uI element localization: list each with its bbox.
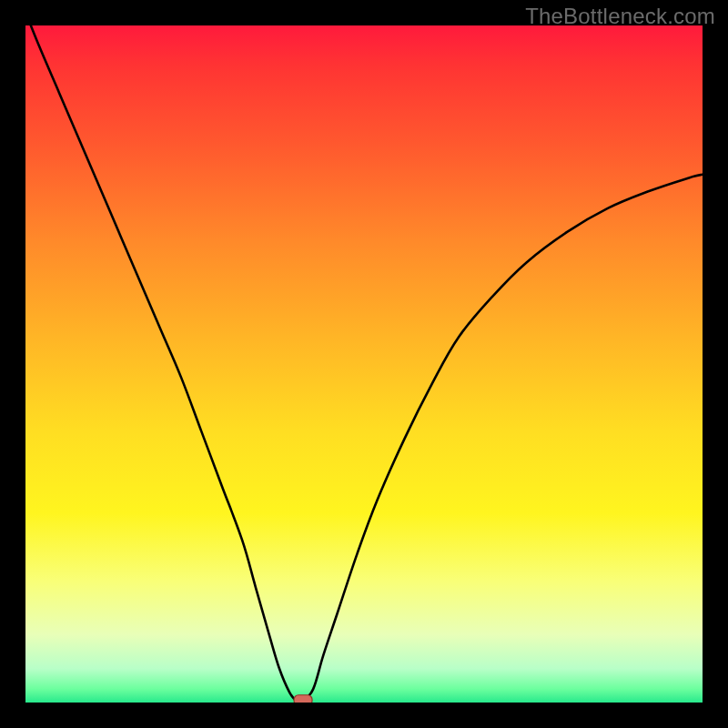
bottleneck-curve: [25, 25, 703, 702]
plot-area: [25, 25, 703, 703]
chart-frame: TheBottleneck.com: [0, 0, 728, 728]
watermark-text: TheBottleneck.com: [525, 4, 715, 29]
curve-layer: [25, 25, 703, 703]
optimal-point-marker: [294, 695, 312, 703]
